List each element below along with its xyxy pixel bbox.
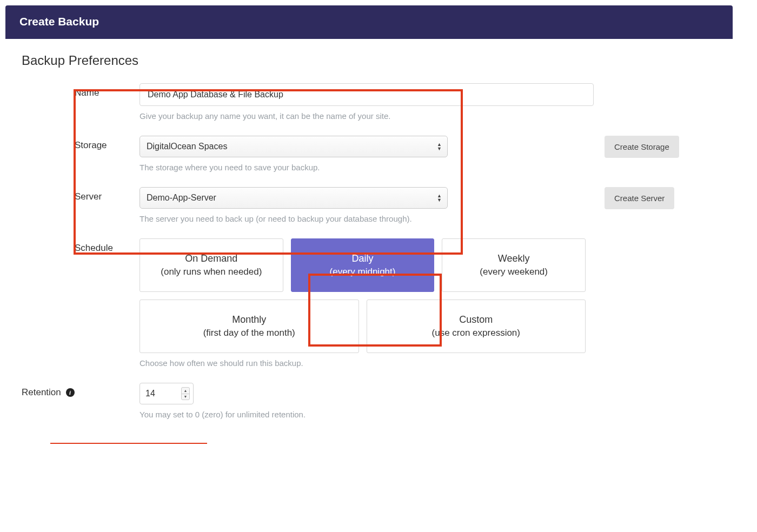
schedule-option-sub: (use cron expression) xyxy=(373,328,580,338)
schedule-option-sub: (only runs when needed) xyxy=(145,267,277,277)
name-helper: Give your backup any name you want, it c… xyxy=(140,111,594,121)
row-storage: Storage DigitalOcean Spaces ▲▼ The stora… xyxy=(75,136,716,172)
create-server-button[interactable]: Create Server xyxy=(605,187,674,209)
chevron-updown-icon: ▲▼ xyxy=(437,194,442,202)
server-select-value: Demo-App-Server xyxy=(147,193,216,203)
spinner-up-icon[interactable]: ▲ xyxy=(182,388,189,394)
schedule-option-weekly[interactable]: Weekly (every weekend) xyxy=(442,238,586,292)
schedule-helper: Choose how often we should run this back… xyxy=(140,358,594,368)
page-header: Create Backup xyxy=(5,5,733,39)
retention-input[interactable]: 14 ▲ ▼ xyxy=(140,383,194,404)
schedule-option-on-demand[interactable]: On Demand (only runs when needed) xyxy=(140,238,283,292)
schedule-option-sub: (first day of the month) xyxy=(145,328,353,338)
schedule-grid: On Demand (only runs when needed) Daily … xyxy=(140,238,586,353)
label-server: Server xyxy=(75,187,140,202)
schedule-option-title: Weekly xyxy=(448,253,580,264)
schedule-option-sub: (every midnight) xyxy=(297,267,429,277)
label-name: Name xyxy=(75,83,140,98)
page-title: Create Backup xyxy=(19,15,99,28)
info-icon[interactable]: i xyxy=(66,388,75,397)
schedule-option-title: Custom xyxy=(373,314,580,325)
content-area: Backup Preferences Name Give your backup… xyxy=(5,39,733,428)
retention-label-text: Retention xyxy=(22,387,61,397)
schedule-option-title: On Demand xyxy=(145,253,277,264)
schedule-option-sub: (every weekend) xyxy=(448,267,580,277)
server-helper: The server you need to back up (or need … xyxy=(140,214,594,223)
spinner-icon[interactable]: ▲ ▼ xyxy=(181,387,190,400)
name-input[interactable] xyxy=(140,83,594,106)
spinner-down-icon[interactable]: ▼ xyxy=(182,394,189,400)
create-storage-button[interactable]: Create Storage xyxy=(605,136,679,158)
label-storage: Storage xyxy=(75,136,140,151)
label-schedule: Schedule xyxy=(75,238,140,254)
highlight-retention-box xyxy=(50,443,207,444)
retention-value: 14 xyxy=(145,389,155,398)
retention-helper: You may set to 0 (zero) for unlimited re… xyxy=(140,410,594,419)
page-root: Keep the last 14 backup copies (since we… xyxy=(5,5,733,428)
row-schedule: Schedule On Demand (only runs when neede… xyxy=(75,238,716,368)
section-title: Backup Preferences xyxy=(22,53,716,68)
label-retention: Retention i xyxy=(22,383,140,398)
storage-select-value: DigitalOcean Spaces xyxy=(147,142,227,151)
row-server: Server Demo-App-Server ▲▼ The server you… xyxy=(75,187,716,223)
form-area: Name Give your backup any name you want,… xyxy=(22,83,716,419)
schedule-option-title: Monthly xyxy=(145,314,353,325)
schedule-option-title: Daily xyxy=(297,253,429,264)
row-name: Name Give your backup any name you want,… xyxy=(75,83,716,121)
chevron-updown-icon: ▲▼ xyxy=(437,143,442,151)
storage-select[interactable]: DigitalOcean Spaces ▲▼ xyxy=(140,136,448,157)
server-select[interactable]: Demo-App-Server ▲▼ xyxy=(140,187,448,209)
schedule-option-daily[interactable]: Daily (every midnight) xyxy=(291,238,435,292)
row-retention: Retention i 14 ▲ ▼ You may set to 0 (zer… xyxy=(22,383,716,419)
storage-helper: The storage where you need to save your … xyxy=(140,163,594,172)
schedule-option-monthly[interactable]: Monthly (first day of the month) xyxy=(140,300,359,353)
schedule-option-custom[interactable]: Custom (use cron expression) xyxy=(367,300,586,353)
